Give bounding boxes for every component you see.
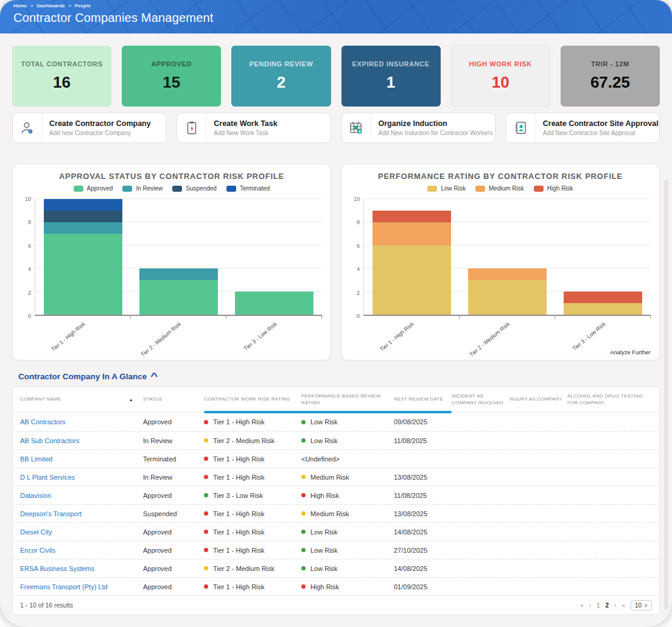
stacked-bar[interactable]: [44, 199, 122, 315]
column-header-injury[interactable]: INJURY AS COMPANY: [509, 396, 567, 403]
company-name-link[interactable]: Encor Civils: [13, 547, 143, 554]
page-title: Contractor Companies Management: [13, 11, 672, 25]
sort-asc-icon[interactable]: ▲: [129, 397, 133, 402]
table-row[interactable]: ERSA Business Systems Approved Tier 2 - …: [13, 559, 659, 577]
first-page-button[interactable]: «: [580, 602, 584, 609]
create-work-task-card[interactable]: Create Work Task Add New Work Task: [177, 113, 331, 143]
bar-segment: [468, 280, 547, 315]
legend-swatch: [172, 186, 182, 192]
legend-label: Approved: [87, 185, 113, 192]
stat-card-approved[interactable]: APPROVED 15: [122, 46, 221, 107]
table-row[interactable]: Deepson's Transport Suspended Tier 1 - H…: [13, 504, 659, 522]
company-name-link[interactable]: AB Sub Contractors: [13, 437, 143, 444]
legend-item[interactable]: Suspended: [172, 185, 217, 192]
company-name-link[interactable]: ERSA Business Systems: [13, 565, 143, 572]
company-name-link[interactable]: D L Plant Services: [13, 474, 143, 481]
column-header-next-review[interactable]: NEXT REVIEW DATE: [394, 396, 452, 403]
page-size-select[interactable]: 10 ∨: [631, 600, 652, 611]
chevron-down-icon: ∨: [644, 603, 648, 608]
stacked-bar[interactable]: [564, 199, 642, 315]
legend-item[interactable]: Medium Risk: [475, 185, 524, 192]
breadcrumb-people[interactable]: People: [75, 3, 91, 9]
bar-segment: [468, 268, 547, 280]
table-row[interactable]: BB Limited Terminated Tier 1 - High Risk…: [13, 449, 659, 468]
plot-area: [35, 199, 322, 316]
stacked-bar[interactable]: [235, 199, 313, 315]
app-window: Home > Dashboards > People Contractor Co…: [0, 0, 672, 627]
risk-dot: [204, 493, 208, 497]
stacked-bar[interactable]: [373, 199, 451, 315]
action-subtitle: Add new Contractor Company: [49, 130, 151, 136]
quick-actions-row: Create Contractor Company Add new Contra…: [12, 113, 660, 143]
stat-card-trir-12m[interactable]: TRIR - 12M 67.25: [561, 46, 660, 107]
column-header-incident[interactable]: INCIDENT AS COMPANY INVOLVED: [452, 393, 509, 407]
create-contractor-company-card[interactable]: Create Contractor Company Add new Contra…: [12, 113, 166, 143]
table-row[interactable]: AB Sub Contractors In Review Tier 2 - Me…: [13, 431, 659, 449]
stat-card-high-work-risk[interactable]: HIGH WORK RISK 10: [451, 46, 550, 107]
stat-value: 10: [492, 73, 509, 92]
table-row[interactable]: Freemans Transport (Pty) Ltd Approved Ti…: [13, 577, 659, 595]
page-number-1[interactable]: 1: [597, 602, 600, 609]
company-name-link[interactable]: Freemans Transport (Pty) Ltd: [13, 583, 143, 590]
risk-dot: [301, 511, 306, 516]
table-row[interactable]: Datavision Approved Tier 3 - Low Risk Hi…: [13, 486, 659, 504]
column-header-status[interactable]: STATUS: [143, 396, 204, 403]
status-cell: Suspended: [143, 510, 204, 517]
last-page-button[interactable]: »: [621, 602, 625, 609]
action-title: Create Contractor Company: [49, 119, 151, 128]
company-name-link[interactable]: AB Contractors: [13, 418, 143, 426]
stacked-bar[interactable]: [468, 199, 547, 315]
legend-item[interactable]: High Risk: [534, 185, 573, 192]
table-row[interactable]: Encor Civils Approved Tier 1 - High Risk…: [13, 541, 659, 559]
pagination: « ‹ 1 2 › » 10 ∨: [580, 600, 652, 611]
table-row[interactable]: Diesel City Approved Tier 1 - High Risk …: [13, 522, 659, 541]
prev-page-button[interactable]: ‹: [589, 602, 591, 609]
column-header-company-name[interactable]: COMPANY NAME ▲: [13, 396, 143, 403]
x-axis-label: Tier 2 - Medium Risk: [469, 321, 511, 358]
column-header-performance[interactable]: PERFORMANCE BASED REVIEW RATING: [301, 393, 394, 407]
table-row[interactable]: D L Plant Services In Review Tier 1 - Hi…: [13, 468, 659, 486]
company-name-link[interactable]: Deepson's Transport: [13, 510, 143, 517]
next-review-date-cell: 14/08/2025: [394, 528, 452, 536]
column-header-work-risk[interactable]: CONTRACTOR WORK RISK RATING: [204, 396, 301, 403]
risk-dot: [204, 475, 208, 479]
page-scrollbar[interactable]: [664, 180, 668, 610]
create-site-approval-card[interactable]: Create Contractor Site Approval Add New …: [506, 113, 660, 143]
x-axis-label: Tier 3 - Low Risk: [243, 321, 278, 352]
organize-induction-card[interactable]: Organize Induction Add New Induction for…: [341, 113, 495, 143]
table-header-row: COMPANY NAME ▲ STATUS CONTRACTOR WORK RI…: [13, 387, 659, 413]
legend-item[interactable]: Approved: [74, 185, 113, 192]
collapse-chevron-icon[interactable]: ^: [150, 371, 158, 381]
breadcrumb-home[interactable]: Home: [13, 3, 27, 9]
company-name-link[interactable]: BB Limited: [13, 455, 143, 463]
column-scroll-indicator[interactable]: [204, 411, 452, 413]
breadcrumb-dashboards[interactable]: Dashboards: [37, 3, 65, 9]
company-name-link[interactable]: Datavision: [13, 492, 143, 499]
bar-segment: [44, 234, 122, 315]
chart-legend: ApprovedIn ReviewSuspendedTerminated: [13, 185, 331, 192]
legend-item[interactable]: In Review: [122, 185, 163, 192]
column-header-alcohol-testing[interactable]: ALCOHOL AND DRUG TESTING FOR COMPANY: [567, 393, 659, 407]
stat-card-total-contractors[interactable]: TOTAL CONTRACTORS 16: [12, 46, 111, 107]
stat-label: APPROVED: [151, 60, 192, 68]
work-risk-cell: Tier 1 - High Risk: [204, 418, 301, 426]
page-header: Home > Dashboards > People Contractor Co…: [0, 0, 672, 33]
table-row[interactable]: AB Contractors Approved Tier 1 - High Ri…: [13, 413, 659, 431]
stat-card-expired-insurance[interactable]: EXPIRED INSURANCE 1: [341, 46, 441, 107]
status-cell: Approved: [143, 583, 204, 590]
stat-label: TOTAL CONTRACTORS: [21, 60, 103, 68]
stat-card-pending-review[interactable]: PENDING REVIEW 2: [231, 46, 331, 107]
x-axis-label: Tier 3 - Low Risk: [572, 321, 607, 352]
page-number-2[interactable]: 2: [606, 602, 609, 609]
company-name-link[interactable]: Diesel City: [13, 528, 143, 536]
performance-cell: High Risk: [301, 492, 394, 499]
legend-item[interactable]: Terminated: [226, 185, 270, 192]
legend-item[interactable]: Low Risk: [427, 185, 466, 192]
stat-label: PENDING REVIEW: [249, 60, 313, 68]
stacked-bar[interactable]: [139, 199, 218, 315]
work-risk-cell: Tier 2 - Medium Risk: [204, 437, 301, 444]
risk-dot: [301, 566, 306, 570]
next-page-button[interactable]: ›: [614, 602, 616, 609]
analyze-further-link[interactable]: Analyze Further: [610, 349, 651, 356]
breadcrumb: Home > Dashboards > People: [13, 3, 672, 9]
